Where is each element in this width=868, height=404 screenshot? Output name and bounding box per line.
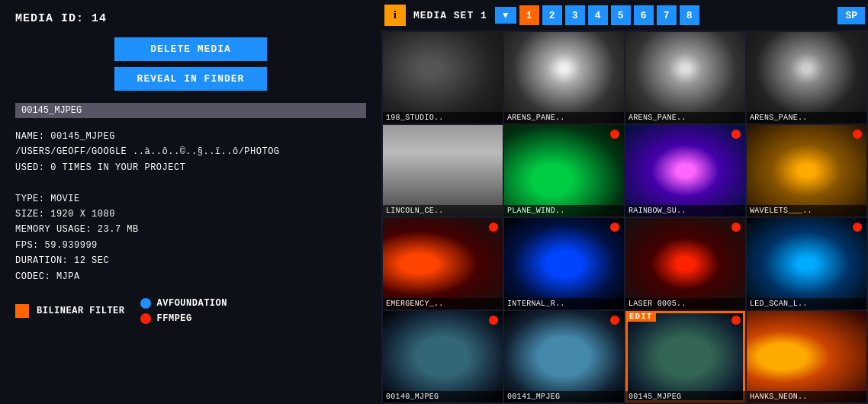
size-line: SIZE: 1920 X 1080 xyxy=(15,207,366,222)
red-dot-indicator xyxy=(853,130,862,139)
cell-label: PLANE_WIND.. xyxy=(504,205,624,216)
cell-label: EMERGENCY_.. xyxy=(383,298,503,309)
duration-line: DURATION: 12 SEC xyxy=(15,253,366,268)
cell-label: 00141_MPJEG xyxy=(504,391,624,402)
info-button[interactable]: i xyxy=(384,5,406,26)
bilinear-label: BILINEAR FILTER xyxy=(37,306,125,316)
media-cell[interactable]: RAINBOW_SU.. xyxy=(625,125,745,216)
cell-label: 00140_MJPEG xyxy=(383,391,503,402)
avfoundation-dot xyxy=(140,298,151,309)
avfoundation-label: AVFOUNDATION xyxy=(157,298,227,309)
red-dot-indicator xyxy=(731,130,741,139)
media-cell[interactable]: EDIT00145_MJPEG xyxy=(625,311,745,402)
ffmpeg-legend: FFMPEG xyxy=(140,313,227,324)
memory-line: MEMORY USAGE: 23.7 MB xyxy=(15,222,366,237)
media-cell[interactable]: 00141_MPJEG xyxy=(504,311,624,402)
cell-label: 198_STUDIO.. xyxy=(383,112,503,123)
tab-5[interactable]: 5 xyxy=(611,5,631,25)
cell-label: RAINBOW_SU.. xyxy=(625,205,745,216)
sp-button[interactable]: SP xyxy=(837,7,865,24)
red-dot-indicator xyxy=(489,316,498,325)
left-panel: MEDIA ID: 14 DELETE MEDIA REVEAL IN FIND… xyxy=(0,0,381,404)
red-dot-indicator xyxy=(610,130,619,139)
media-cell[interactable]: HANKS_NEON.. xyxy=(747,311,866,402)
media-cell[interactable]: EMERGENCY_.. xyxy=(383,218,503,309)
cell-label: WAVELETS___.. xyxy=(747,205,866,216)
top-bar: i MEDIA SET 1 ▼ 1 2 3 4 5 6 7 8 SP xyxy=(381,0,868,30)
media-set-dropdown[interactable]: ▼ xyxy=(495,7,516,24)
media-set-label: MEDIA SET 1 xyxy=(409,10,492,21)
delete-media-button[interactable]: DELETE MEDIA xyxy=(114,37,267,61)
bilinear-filter-icon xyxy=(15,304,29,318)
used-line: USED: 0 TIMES IN YOUR PROJECT xyxy=(15,160,366,175)
media-cell[interactable]: ARENS_PANE.. xyxy=(504,32,624,123)
media-cell[interactable]: INTERNAL_R.. xyxy=(504,218,624,309)
media-cell[interactable]: LINCOLN_CE.. xyxy=(383,125,503,216)
bilinear-filter-row: BILINEAR FILTER xyxy=(15,304,125,318)
cell-label: LASER 0005.. xyxy=(625,298,745,309)
media-cell[interactable]: LASER 0005.. xyxy=(625,218,745,309)
red-dot-indicator xyxy=(610,223,619,232)
ffmpeg-label: FFMPEG xyxy=(157,313,192,324)
fps-line: FPS: 59.939999 xyxy=(15,238,366,253)
media-cell[interactable]: 00140_MJPEG xyxy=(383,311,503,402)
tab-6[interactable]: 6 xyxy=(634,5,654,25)
cell-label: HANKS_NEON.. xyxy=(747,391,866,402)
media-cell[interactable]: 198_STUDIO.. xyxy=(383,32,503,123)
media-cell[interactable]: WAVELETS___.. xyxy=(747,125,866,216)
type-line: TYPE: MOVIE xyxy=(15,191,366,207)
right-panel: i MEDIA SET 1 ▼ 1 2 3 4 5 6 7 8 SP 198_S… xyxy=(381,0,868,404)
edit-label: EDIT xyxy=(625,311,656,322)
tab-8[interactable]: 8 xyxy=(680,5,699,25)
tab-7[interactable]: 7 xyxy=(657,5,677,25)
media-tag: 00145_MJPEG xyxy=(15,103,366,118)
tab-4[interactable]: 4 xyxy=(588,5,608,25)
red-dot-indicator xyxy=(489,223,498,232)
name-line: NAME: 00145_MJPEG xyxy=(15,129,366,144)
media-cell[interactable]: PLANE_WIND.. xyxy=(504,125,624,216)
red-dot-indicator xyxy=(731,223,741,232)
ffmpeg-dot xyxy=(140,313,151,324)
info-block: NAME: 00145_MJPEG /USERS/GEOFF/GOOGLE ..… xyxy=(15,129,366,284)
red-dot-indicator xyxy=(610,316,619,325)
reveal-in-finder-button[interactable]: REVEAL IN FINDER xyxy=(114,67,267,91)
cell-label: ARENS_PANE.. xyxy=(625,112,745,123)
media-cell[interactable]: ARENS_PANE.. xyxy=(747,32,866,123)
path-line: /USERS/GEOFF/GOOGLE ..à..ô..©..§..ï..ô/P… xyxy=(15,144,366,159)
tab-1[interactable]: 1 xyxy=(519,5,539,25)
media-grid: 198_STUDIO..ARENS_PANE..ARENS_PANE..AREN… xyxy=(381,30,868,404)
cell-label: ARENS_PANE.. xyxy=(504,112,624,123)
button-row: DELETE MEDIA REVEAL IN FINDER xyxy=(15,37,366,91)
red-dot-indicator xyxy=(731,316,741,325)
tab-3[interactable]: 3 xyxy=(565,5,585,25)
tab-2[interactable]: 2 xyxy=(542,5,562,25)
cell-label: LED_SCAN_L.. xyxy=(747,298,866,309)
cell-label: LINCOLN_CE.. xyxy=(383,205,503,216)
media-id-title: MEDIA ID: 14 xyxy=(15,12,366,25)
codec-line: CODEC: MJPA xyxy=(15,269,366,284)
media-cell[interactable]: LED_SCAN_L.. xyxy=(747,218,866,309)
red-dot-indicator xyxy=(853,223,862,232)
avfoundation-legend: AVFOUNDATION xyxy=(140,298,227,309)
media-cell[interactable]: ARENS_PANE.. xyxy=(625,32,745,123)
cell-label: ARENS_PANE.. xyxy=(747,112,866,123)
cell-label: 00145_MJPEG xyxy=(625,391,745,402)
cell-label: INTERNAL_R.. xyxy=(504,298,624,309)
